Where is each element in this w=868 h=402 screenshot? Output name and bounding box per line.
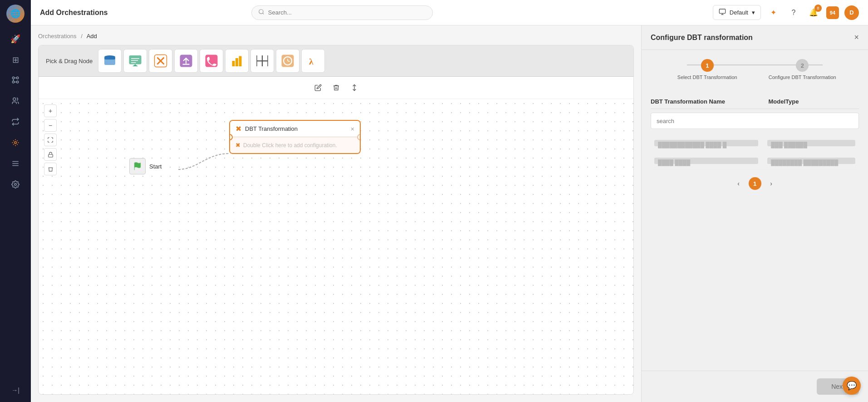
breadcrumb-separator: / — [81, 33, 83, 40]
user-avatar[interactable]: D — [844, 5, 859, 20]
svg-rect-46 — [48, 154, 53, 157]
step-1-circle: 1 — [701, 59, 714, 72]
svg-point-13 — [259, 9, 263, 13]
zoom-out-button[interactable]: − — [44, 119, 57, 132]
palette-node-8[interactable] — [276, 49, 299, 73]
canvas-work[interactable]: + − — [39, 99, 633, 394]
canvas-toolbar — [39, 77, 633, 99]
search-input[interactable] — [268, 9, 359, 16]
flow-button[interactable] — [347, 80, 362, 95]
workspace-selector[interactable]: Default ▾ — [713, 5, 761, 20]
fit-button[interactable] — [44, 134, 57, 146]
zoom-in-button[interactable]: + — [44, 104, 57, 117]
palette-node-6[interactable] — [225, 49, 249, 73]
step-2-label: Configure DBT Transformation — [769, 74, 836, 80]
node-right-connector — [357, 134, 361, 140]
transform-icon — [11, 118, 20, 128]
pagination-next-button[interactable]: › — [765, 177, 778, 190]
dbt-node-close-button[interactable]: × — [351, 125, 354, 133]
palette-node-1[interactable] — [98, 49, 122, 73]
page-title: Add Orchestrations — [40, 9, 108, 17]
apps-button[interactable]: 94 — [826, 6, 839, 19]
sidebar-bottom: →| — [6, 383, 25, 397]
svg-point-7 — [13, 98, 16, 100]
dbt-node-icon: ✖ — [235, 124, 241, 133]
step-1-number: 1 — [706, 62, 709, 69]
sidebar-collapse-button[interactable]: →| — [6, 383, 25, 397]
delete-button[interactable] — [329, 80, 343, 95]
workspace-label: Default — [730, 9, 748, 16]
ai-button[interactable]: ✦ — [766, 5, 781, 20]
notifications-badge: 8 — [814, 5, 822, 12]
apps-count: 94 — [830, 10, 835, 15]
sidebar-item-settings[interactable] — [6, 176, 25, 194]
palette-node-5[interactable] — [200, 49, 223, 73]
table-row-1[interactable]: ████████████ ████ █ ███ ██████ — [651, 134, 859, 152]
palette-node-3[interactable] — [149, 49, 172, 73]
palette-node-4[interactable] — [174, 49, 198, 73]
pagination-prev-button[interactable]: ‹ — [732, 177, 745, 190]
rockets-icon: 🚀 — [10, 34, 20, 44]
notifications-button[interactable]: 🔔 8 — [806, 5, 821, 20]
step-2-circle: 2 — [796, 59, 809, 72]
sidebar-item-transform[interactable] — [6, 114, 25, 132]
chat-bubble-button[interactable]: 💬 — [843, 377, 861, 395]
header: Add Orchestrations Default ▾ — [31, 0, 868, 25]
sidebar-logo[interactable]: 🌐 — [6, 5, 25, 23]
sidebar-item-logs[interactable] — [6, 155, 25, 174]
panel-content: DBT Transformation Name ModelType ██████… — [642, 87, 868, 371]
lock-button[interactable] — [44, 148, 57, 161]
search-icon — [258, 9, 265, 17]
svg-point-1 — [16, 77, 19, 79]
breadcrumb: Orchestrations / Add — [38, 33, 634, 40]
sidebar-item-dashboard[interactable]: ⊞ — [6, 51, 25, 69]
help-button[interactable]: ? — [786, 5, 801, 20]
table-search-input[interactable] — [657, 118, 853, 124]
col-header-type: ModelType — [768, 98, 859, 105]
svg-rect-34 — [235, 58, 238, 66]
orchestrations-icon — [11, 139, 20, 149]
svg-text:λ: λ — [309, 57, 314, 66]
edit-button[interactable] — [311, 80, 325, 95]
palette-node-7[interactable] — [250, 49, 274, 73]
canvas-controls: + − — [44, 104, 57, 175]
dashboard-icon: ⊞ — [12, 55, 19, 65]
ai-icon: ✦ — [770, 8, 776, 17]
dbt-node-title: ✖ DBT Transformation — [235, 124, 298, 133]
dbt-node-placeholder: Double Click here to add configuration. — [243, 142, 337, 149]
help-icon: ? — [792, 9, 796, 17]
sidebar-item-pipelines[interactable] — [6, 72, 25, 90]
sidebar-item-orchestrations[interactable] — [6, 134, 25, 153]
breadcrumb-parent[interactable]: Orchestrations — [38, 33, 77, 40]
panel-footer: Next — [642, 371, 868, 402]
svg-point-0 — [12, 77, 15, 79]
pagination: ‹ 1 › — [651, 170, 859, 197]
table-row-2[interactable]: ████ ████ ████████ █████████ — [651, 152, 859, 170]
stepper: 1 Select DBT Transformation 2 Configure … — [642, 50, 868, 87]
dbt-transformation-node[interactable]: ✖ DBT Transformation × ✖ Double Click he… — [229, 120, 361, 154]
panel-close-button[interactable]: × — [854, 33, 859, 42]
chevron-down-icon: ▾ — [752, 9, 755, 16]
dbt-node-body[interactable]: ✖ Double Click here to add configuration… — [230, 137, 360, 153]
trash-button[interactable] — [44, 163, 57, 175]
sidebar-item-users[interactable] — [6, 93, 25, 111]
step-1-label: Select DBT Transformation — [677, 74, 737, 80]
sidebar-item-rockets[interactable]: 🚀 — [6, 30, 25, 48]
pagination-current-page[interactable]: 1 — [749, 177, 761, 190]
row-2-name: ████ ████ — [654, 158, 758, 164]
row-1-type: ███ ██████ — [767, 140, 855, 146]
header-right: Default ▾ ✦ ? 🔔 8 94 D — [713, 5, 859, 20]
table-search-wrap — [651, 113, 859, 129]
start-node[interactable]: Start — [129, 158, 162, 174]
svg-rect-35 — [239, 56, 242, 67]
start-flag-icon — [129, 158, 146, 174]
palette-node-9[interactable]: λ — [301, 49, 325, 73]
svg-point-12 — [15, 183, 17, 185]
row-2-type: ████████ █████████ — [767, 158, 855, 164]
logo-icon: 🌐 — [10, 9, 20, 19]
search-container — [251, 5, 433, 20]
step-2: 2 Configure DBT Transformation — [755, 59, 850, 80]
step-1: 1 Select DBT Transformation — [660, 59, 755, 80]
breadcrumb-current: Add — [87, 33, 97, 40]
palette-node-2[interactable] — [123, 49, 147, 73]
